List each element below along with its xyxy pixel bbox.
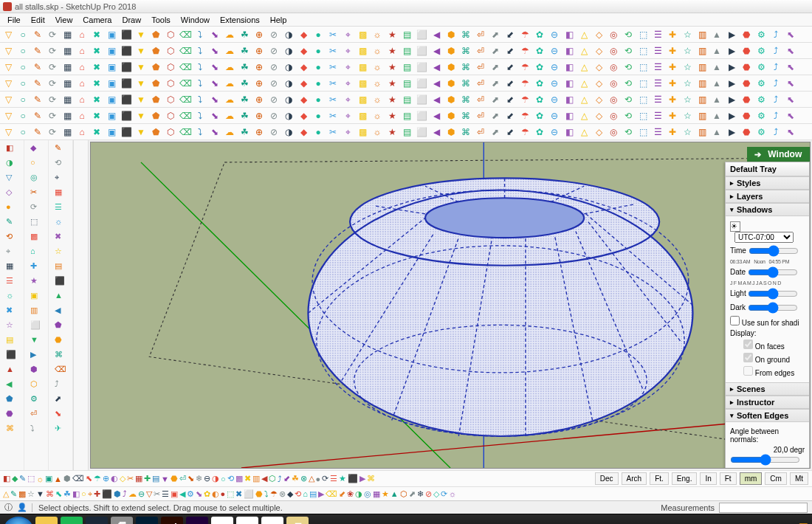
tool-button[interactable]: ⬜: [30, 320, 42, 332]
toolbar-button[interactable]: ⤵: [193, 77, 207, 90]
toolbar-button[interactable]: ☆: [681, 93, 694, 106]
toolbar-button[interactable]: ▩: [356, 77, 369, 90]
toolbar-button[interactable]: ●: [221, 489, 226, 498]
toolbar-button[interactable]: △: [577, 77, 591, 90]
toolbar-button[interactable]: ⌫: [326, 489, 337, 499]
unit-mm[interactable]: mm: [740, 472, 763, 485]
toolbar-button[interactable]: ☆: [681, 44, 694, 58]
toolbar-button[interactable]: ⌫: [179, 125, 192, 139]
toolbar-button[interactable]: ⬉: [784, 109, 797, 123]
toolbar-button[interactable]: ⬢: [444, 44, 458, 58]
tool-button[interactable]: ⬟: [55, 320, 66, 332]
taskbar-app-illustrator[interactable]: Ai: [161, 517, 183, 525]
measurements-input[interactable]: [719, 503, 808, 513]
panel-tab-window[interactable]: Window: [747, 147, 810, 162]
tool-button[interactable]: ▣: [30, 291, 42, 303]
toolbar-button[interactable]: ▼: [134, 93, 148, 106]
toolbar-button[interactable]: ◀: [261, 474, 267, 483]
toolbar-button[interactable]: ✚: [666, 125, 679, 139]
toolbar-button[interactable]: ✎: [31, 93, 44, 106]
toolbar-button[interactable]: ▣: [105, 125, 118, 139]
toolbar-button[interactable]: ⬉: [784, 77, 797, 90]
toolbar-button[interactable]: ◀: [430, 109, 443, 123]
toolbar-button[interactable]: ⟳: [46, 77, 59, 90]
toolbar-button[interactable]: ⟳: [46, 44, 59, 58]
toolbar-button[interactable]: ◑: [282, 77, 295, 90]
toolbar-button[interactable]: ⬛: [120, 61, 133, 74]
light-slider[interactable]: [748, 288, 798, 300]
toolbar-button[interactable]: ⬛: [120, 44, 133, 58]
tool-button[interactable]: ⏎: [30, 409, 42, 421]
toolbar-button[interactable]: ⌖: [341, 28, 354, 41]
toolbar-button[interactable]: ▣: [105, 61, 118, 74]
toolbar-button[interactable]: ⌫: [179, 77, 192, 90]
toolbar-button[interactable]: ⬚: [636, 93, 650, 106]
toolbar-button[interactable]: ✖: [90, 44, 103, 58]
toolbar-button[interactable]: ⏎: [474, 61, 487, 74]
toolbar-button[interactable]: ✿: [533, 109, 546, 123]
toolbar-button[interactable]: ▤: [400, 61, 413, 74]
toolbar-button[interactable]: ⌘: [459, 61, 472, 74]
toolbar-button[interactable]: ⬋: [503, 28, 517, 41]
toolbar-button[interactable]: ☰: [651, 44, 664, 58]
toolbar-button[interactable]: ⬈: [489, 44, 502, 58]
toolbar-button[interactable]: ⤴: [769, 61, 782, 74]
taskbar-app-yandex[interactable]: Y: [261, 517, 283, 525]
tool-button[interactable]: ⌖: [55, 173, 66, 185]
toolbar-button[interactable]: ▽: [1, 28, 15, 41]
tool-button[interactable]: ▶: [30, 350, 42, 362]
viewport[interactable]: Window Default Tray Styles Layers Shadow…: [90, 142, 811, 469]
toolbar-button[interactable]: ★: [339, 474, 346, 483]
toolbar-button[interactable]: ▶: [318, 489, 324, 499]
toolbar-button[interactable]: △: [577, 44, 591, 58]
toolbar-button[interactable]: ⬣: [740, 61, 753, 74]
toolbar-button[interactable]: ⬋: [503, 125, 517, 139]
toolbar-button[interactable]: ▤: [400, 77, 413, 90]
tool-button[interactable]: ◀: [55, 306, 66, 317]
toolbar-button[interactable]: ◀: [430, 77, 443, 90]
toolbar-button[interactable]: ⏎: [474, 44, 487, 58]
tray-section-instructor[interactable]: Instructor: [726, 396, 809, 409]
toolbar-button[interactable]: ▲: [710, 44, 723, 58]
toolbar-button[interactable]: ◆: [297, 61, 310, 74]
toolbar-button[interactable]: ◇: [592, 109, 605, 123]
toolbar-button[interactable]: ⬡: [269, 474, 276, 483]
taskbar-app-steam[interactable]: ◐: [86, 517, 108, 525]
toolbar-button[interactable]: ☘: [238, 61, 251, 74]
toolbar-button[interactable]: ⌂: [75, 93, 89, 106]
toolbar-button[interactable]: ⬜: [415, 44, 428, 58]
toolbar-button[interactable]: ●: [312, 109, 325, 123]
toolbar-button[interactable]: ◀: [430, 61, 443, 74]
toolbar-button[interactable]: ⬜: [415, 93, 428, 106]
menu-file[interactable]: File: [3, 14, 25, 26]
toolbar-button[interactable]: ⌫: [179, 28, 192, 41]
toolbar-button[interactable]: ✿: [533, 125, 546, 139]
menu-extensions[interactable]: Extensions: [216, 14, 264, 26]
tool-button[interactable]: ⌫: [55, 365, 66, 376]
menu-camera[interactable]: Camera: [78, 14, 116, 26]
tool-button[interactable]: ⬚: [30, 217, 42, 229]
tool-button[interactable]: ⟲: [6, 232, 18, 244]
toolbar-button[interactable]: ◧: [3, 474, 10, 483]
from-edges-checkbox[interactable]: [743, 366, 753, 376]
toolbar-button[interactable]: ⌂: [75, 109, 89, 123]
toolbar-button[interactable]: ⬊: [208, 77, 221, 90]
toolbar-button[interactable]: ▤: [400, 44, 413, 58]
toolbar-button[interactable]: ⟳: [441, 489, 447, 499]
toolbar-button[interactable]: ☁: [223, 28, 236, 41]
toolbar-button[interactable]: ⊘: [425, 489, 432, 499]
toolbar-button[interactable]: ⌖: [341, 44, 354, 58]
toolbar-button[interactable]: ☂: [518, 28, 531, 41]
toolbar-button[interactable]: ◧: [562, 77, 576, 90]
toolbar-button[interactable]: ▩: [18, 489, 26, 499]
toolbar-button[interactable]: ◑: [355, 489, 362, 499]
taskbar-app-photoshop[interactable]: Ps: [136, 517, 158, 525]
toolbar-button[interactable]: ★: [385, 125, 399, 139]
toolbar-button[interactable]: ⏎: [474, 125, 487, 139]
toolbar-button[interactable]: ⊕: [252, 61, 266, 74]
toolbar-button[interactable]: ⌘: [459, 93, 472, 106]
tool-button[interactable]: ⌂: [30, 247, 42, 258]
tool-button[interactable]: ⬟: [6, 394, 18, 406]
toolbar-button[interactable]: ⬊: [196, 489, 202, 499]
toolbar-button[interactable]: ▲: [710, 125, 723, 139]
